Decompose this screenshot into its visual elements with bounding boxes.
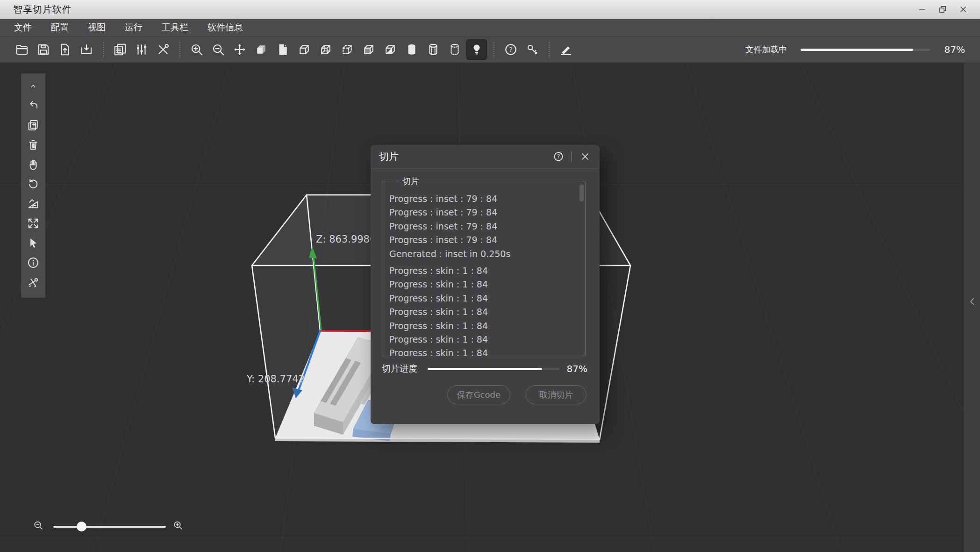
move-view-button[interactable] [230,40,250,59]
info-circle-button[interactable] [24,253,43,272]
trash-button[interactable] [24,136,43,154]
parameter-sliders-icon [135,43,149,57]
duplicate-icon [113,43,127,57]
cursor-select-button[interactable] [24,234,43,252]
cancel-slice-button[interactable]: 取消切片 [526,385,587,404]
duplicate-button[interactable] [110,40,130,59]
menu-item-5[interactable]: 软件信息 [207,22,243,34]
toolbar-group-0 [11,40,97,59]
zoom-out-button[interactable] [208,40,228,59]
log-line: Progress : skin : 1 : 84 [389,278,576,291]
cursor-select-icon [27,237,40,250]
toolbar-group-3: ? [500,40,543,59]
view-cube-dotted-icon [319,43,333,57]
menu-item-2[interactable]: 视图 [88,22,106,34]
minimize-icon [917,5,927,14]
title-bar: 智享切片软件 [0,0,980,19]
scale-button[interactable] [24,194,43,213]
close-button[interactable] [953,1,973,17]
view-sheet-button[interactable] [273,40,293,59]
machine-tools-button[interactable] [153,40,173,59]
export-model-button[interactable] [77,40,96,59]
scale-icon [27,197,40,210]
close-icon [579,151,591,162]
save-file-button[interactable] [34,40,53,59]
zoom-slider[interactable] [53,526,166,528]
view-cube-dotted-button[interactable] [316,40,336,59]
menu-item-4[interactable]: 工具栏 [162,22,188,34]
light-bulb-button[interactable] [466,39,487,60]
toolbar-group-2 [186,39,488,60]
zoom-in-button[interactable] [187,40,207,59]
menu-item-3[interactable]: 运行 [125,22,143,34]
view-cube-dashed-button[interactable] [337,40,357,59]
move-view-icon [233,43,247,57]
main-toolbar: ? 文件加载中 87% [0,36,980,63]
hand-pan-button[interactable] [24,155,43,174]
cylinder-wireframe-button[interactable] [423,40,443,59]
slice-log-scrollbar[interactable] [579,185,584,201]
log-line: Progress : skin : 1 : 84 [389,346,576,356]
toolbar-separator [103,42,104,57]
help-circle-button[interactable]: ? [501,40,521,59]
toolbar-separator [179,42,180,57]
cylinder-points-button[interactable] [445,40,465,59]
license-key-icon [525,43,539,57]
chevron-up-button[interactable] [24,77,43,95]
open-file-icon [15,43,29,57]
export-model-icon [79,43,93,57]
axis-label-y: Y: 208.7742 [246,373,305,385]
slicing-dialog: 切片 ? 切片 Progress : inset : 79 : 84Progre… [371,145,600,424]
dialog-header-divider [572,151,572,162]
view-cube-outline-button[interactable] [294,40,314,59]
view-cube-dashed-icon [340,43,354,57]
magnifier-plus-icon [172,520,184,531]
app-title: 智享切片软件 [13,3,72,16]
expand-button[interactable] [24,214,43,233]
zoom-in-icon[interactable] [172,520,186,534]
menu-item-0[interactable]: 文件 [14,22,32,34]
license-key-button[interactable] [522,40,542,59]
cylinder-solid-button[interactable] [402,40,422,59]
rotate-ccw-button[interactable] [24,175,43,194]
view-cube-glass-button[interactable] [359,40,379,59]
chevron-up-icon [28,82,39,90]
slice-progress-row: 切片进度 87% [382,363,587,375]
log-line: Progress : skin : 1 : 84 [389,264,576,278]
menu-item-1[interactable]: 配置 [51,22,69,34]
parameter-sliders-button[interactable] [132,40,151,59]
support-tools-button[interactable] [24,273,43,292]
magnifier-minus-icon [33,520,44,531]
restore-button[interactable] [932,1,953,17]
slice-log[interactable]: Progress : inset : 79 : 84Progress : ins… [382,181,585,356]
undo-icon [27,99,40,112]
view-cube-section-button[interactable] [380,40,400,59]
zoom-in-icon [190,43,204,57]
rotate-ccw-icon [27,178,40,191]
view-cube-outline-icon [297,43,311,57]
calibration-blade-button[interactable] [556,40,576,59]
slice-progress-label: 切片进度 [382,363,417,375]
close-icon [959,5,968,14]
view-cube-solid-button[interactable] [251,40,271,59]
trash-icon [27,138,40,151]
dialog-close-button[interactable] [579,151,591,163]
save-gcode-button[interactable]: 保存Gcode [447,385,510,404]
zoom-out-icon[interactable] [33,520,47,534]
dialog-header[interactable]: 切片 ? [371,145,600,169]
zoom-slider-handle[interactable] [77,522,86,531]
view-cube-section-icon [383,43,397,57]
import-model-button[interactable] [55,40,75,59]
toolbar-group-1 [109,40,174,59]
axis-label-z: Z: 863.9986 [316,234,376,245]
file-loading-label: 文件加载中 [745,44,787,55]
minimize-button[interactable] [912,1,932,17]
open-file-button[interactable] [12,40,32,59]
dialog-help-button[interactable]: ? [552,151,565,163]
copy-add-button[interactable] [24,116,43,135]
collapse-panel-icon[interactable] [967,296,977,310]
undo-button[interactable] [24,96,43,115]
log-line: Progress : inset : 79 : 84 [389,206,576,219]
left-tool-sidebar [21,73,45,298]
import-model-icon [58,43,72,57]
